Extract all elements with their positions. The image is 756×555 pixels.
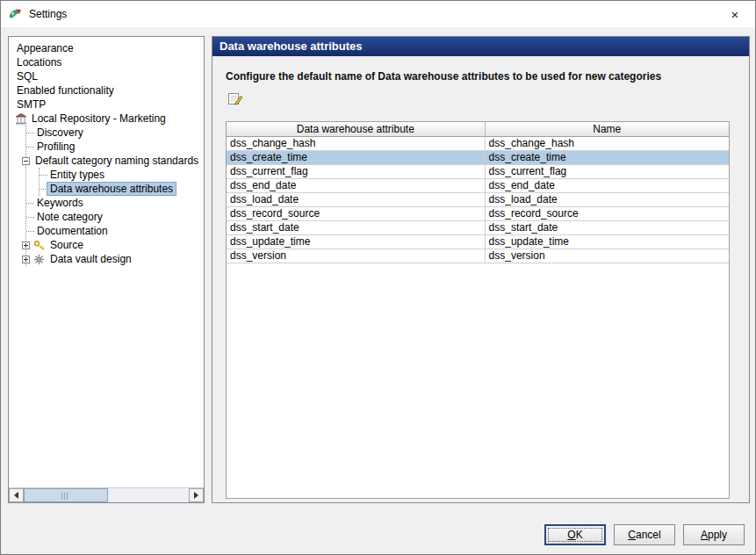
tree-item-source[interactable]: Source <box>26 238 202 252</box>
edit-attribute-button[interactable] <box>226 91 245 109</box>
attribute-cell[interactable]: dss_change_hash <box>227 137 486 151</box>
settings-tree: Appearance Locations SQL Enabled functio… <box>9 37 204 487</box>
name-cell[interactable]: dss_update_time <box>486 235 729 249</box>
attribute-cell[interactable]: dss_load_date <box>227 193 486 207</box>
table-row[interactable]: dss_update_timedss_update_time <box>227 235 729 249</box>
attribute-cell[interactable]: dss_version <box>227 249 486 263</box>
attribute-cell[interactable]: dss_update_time <box>227 235 486 249</box>
name-cell[interactable]: dss_record_source <box>486 207 729 221</box>
tree-item-smtp[interactable]: SMTP <box>14 97 202 112</box>
expander-minus-icon[interactable] <box>22 157 30 165</box>
scrollbar-track[interactable] <box>24 488 189 502</box>
table-row[interactable]: dss_current_flagdss_current_flag <box>227 165 729 179</box>
table-row[interactable]: dss_versiondss_version <box>227 249 729 263</box>
table-row[interactable]: dss_start_datedss_start_date <box>227 221 729 235</box>
scrollbar-thumb[interactable] <box>24 488 108 502</box>
edit-icon <box>227 91 243 109</box>
arrow-right-icon <box>194 492 198 499</box>
keys-icon <box>32 239 46 251</box>
tree-item-documentation[interactable]: Documentation <box>26 224 202 238</box>
naming-standards-children-group: Entity types Data warehouse attributes <box>39 168 202 196</box>
tree-item-enabled-functionality[interactable]: Enabled functionality <box>14 83 202 97</box>
attribute-cell[interactable]: dss_start_date <box>227 221 486 235</box>
data-vault-icon <box>32 253 46 265</box>
column-header-attribute[interactable]: Data warehouse attribute <box>227 122 486 137</box>
tree-hscrollbar <box>9 487 204 502</box>
expander-plus-icon[interactable] <box>22 256 30 263</box>
name-cell[interactable]: dss_load_date <box>486 193 729 207</box>
tree-item-local-repository[interactable]: Local Repository - Marketing <box>14 112 202 126</box>
attribute-cell[interactable]: dss_create_time <box>227 151 486 165</box>
window-title: Settings <box>29 8 67 20</box>
name-cell[interactable]: dss_current_flag <box>486 165 729 179</box>
tree-item-locations[interactable]: Locations <box>14 55 202 69</box>
settings-icon <box>8 7 23 22</box>
table-row-selected[interactable]: dss_create_timedss_create_time <box>227 151 729 165</box>
tree-item-entity-types[interactable]: Entity types <box>40 168 202 182</box>
tree-item-note-category[interactable]: Note category <box>26 210 202 224</box>
table-row[interactable]: dss_end_datedss_end_date <box>227 179 729 193</box>
tree-item-keywords[interactable]: Keywords <box>26 196 202 210</box>
attribute-cell[interactable]: dss_record_source <box>227 207 486 221</box>
apply-button[interactable]: Apply <box>683 524 745 545</box>
section-header: Data warehouse attributes <box>212 37 749 56</box>
name-cell[interactable]: dss_start_date <box>486 221 729 235</box>
content-panel: Data warehouse attributes Configure the … <box>212 36 750 503</box>
attribute-cell[interactable]: dss_end_date <box>227 179 486 193</box>
scroll-left-button[interactable] <box>9 488 24 502</box>
ok-button[interactable]: OK <box>544 524 606 545</box>
tree-item-profiling[interactable]: Profiling <box>26 140 202 154</box>
settings-tree-panel: Appearance Locations SQL Enabled functio… <box>8 36 205 503</box>
title-bar: Settings × <box>1 1 755 27</box>
name-cell[interactable]: dss_change_hash <box>486 137 729 151</box>
tree-item-default-category-naming-standards[interactable]: Default category naming standards <box>26 154 202 168</box>
repository-children-group: Discovery Profiling Default category nam… <box>25 126 202 266</box>
table-header-row: Data warehouse attribute Name <box>227 122 729 137</box>
tree-item-discovery[interactable]: Discovery <box>26 126 202 140</box>
dialog-button-bar: OK Cancel Apply <box>544 524 745 545</box>
name-cell[interactable]: dss_version <box>486 249 729 263</box>
instruction-text: Configure the default name of Data wareh… <box>226 70 737 83</box>
repository-bank-icon <box>14 112 27 125</box>
tree-item-sql[interactable]: SQL <box>14 69 202 83</box>
arrow-left-icon <box>14 492 18 499</box>
scroll-right-button[interactable] <box>189 488 204 502</box>
table-row[interactable]: dss_load_datedss_load_date <box>227 193 729 207</box>
close-button[interactable]: × <box>715 1 755 27</box>
tree-item-appearance[interactable]: Appearance <box>14 41 202 55</box>
tree-item-data-warehouse-attributes[interactable]: Data warehouse attributes <box>40 182 202 196</box>
table-row[interactable]: dss_change_hashdss_change_hash <box>227 137 729 151</box>
cancel-button[interactable]: Cancel <box>614 524 675 545</box>
attributes-table: Data warehouse attribute Name dss_change… <box>226 121 730 499</box>
name-cell[interactable]: dss_end_date <box>486 179 729 193</box>
expander-plus-icon[interactable] <box>22 241 30 249</box>
column-header-name[interactable]: Name <box>486 122 729 137</box>
tree-item-data-vault-design[interactable]: Data vault design <box>26 252 202 266</box>
attribute-cell[interactable]: dss_current_flag <box>227 165 486 179</box>
settings-dialog: Settings × Appearance Locations SQL Enab… <box>0 0 756 555</box>
table-row[interactable]: dss_record_sourcedss_record_source <box>227 207 729 221</box>
name-cell[interactable]: dss_create_time <box>486 151 729 165</box>
